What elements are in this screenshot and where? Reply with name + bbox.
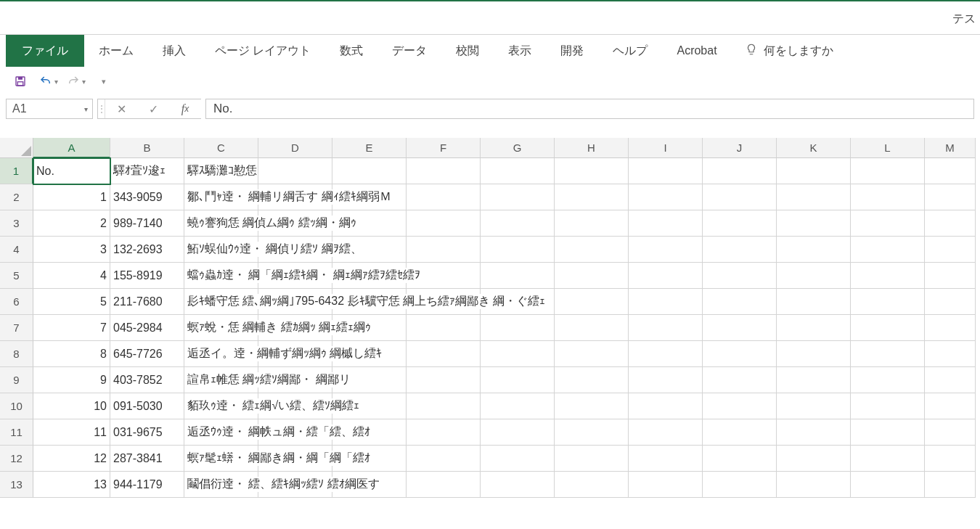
cell[interactable] [332,158,407,184]
cell[interactable] [925,315,976,341]
cell[interactable]: 驛ｽ驕灘ｺ懃恁 [184,158,258,184]
cell[interactable] [925,184,976,210]
tab-insert[interactable]: 挿入 [148,35,200,67]
cell[interactable] [703,237,777,263]
cell[interactable] [703,315,777,341]
cell[interactable] [851,210,925,237]
row-header[interactable]: 10 [0,393,33,419]
cell[interactable] [925,393,976,419]
cell[interactable]: 10 [33,393,110,419]
cell[interactable] [777,158,851,184]
cell[interactable] [258,158,332,184]
cell[interactable] [703,263,777,289]
cell[interactable] [629,367,703,393]
cell[interactable] [851,237,925,263]
cell[interactable] [555,184,629,210]
col-header-K[interactable]: K [777,138,851,158]
col-header-D[interactable]: D [258,138,332,158]
cell[interactable]: 9 [33,367,110,393]
cell[interactable] [629,315,703,341]
cell[interactable]: 645-7726 [110,341,184,367]
formula-bar[interactable]: No. [205,99,974,119]
tab-acrobat[interactable]: Acrobat [662,35,731,67]
cell[interactable]: 驛ｵ萓ｿ逡ｪ [110,158,184,184]
cell[interactable] [407,237,481,263]
cell[interactable] [481,315,555,341]
cell[interactable]: No. [33,158,110,184]
cell[interactable] [555,393,629,419]
cell[interactable] [629,446,703,472]
cell[interactable] [481,472,555,498]
cell[interactable] [407,341,481,367]
cell[interactable] [555,158,629,184]
cell[interactable] [703,341,777,367]
row-header[interactable]: 11 [0,419,33,446]
cell[interactable] [555,210,629,237]
row-header[interactable]: 9 [0,367,33,393]
cell[interactable] [777,289,851,315]
tab-file[interactable]: ファイル [6,35,84,67]
col-header-G[interactable]: G [481,138,555,158]
name-box[interactable]: A1 ▾ [6,99,93,119]
cell[interactable] [481,419,555,446]
cell[interactable] [777,210,851,237]
cell[interactable]: 3 [33,237,110,263]
cell[interactable]: 諠帛ｪ帷恁 綱ｯ繧ｿ綱鄙・ 綱鄙リ [184,367,258,393]
cell[interactable]: 989-7140 [110,210,184,237]
cell[interactable] [407,472,481,498]
cell[interactable] [629,263,703,289]
cell[interactable] [703,289,777,315]
cell[interactable] [629,158,703,184]
cell[interactable]: 287-3841 [110,446,184,472]
cell[interactable]: 12 [33,446,110,472]
cell[interactable] [555,289,629,315]
cell[interactable] [777,419,851,446]
row-header[interactable]: 13 [0,472,33,498]
cell[interactable]: 螟ｧ髦ｪ蠎・ 綱鄙き綱・綱「綱「繧ｵ [184,446,258,472]
cell[interactable] [777,237,851,263]
tab-review[interactable]: 校閲 [441,35,494,67]
select-all-corner[interactable] [0,138,33,158]
cell[interactable] [925,158,976,184]
cell[interactable] [629,184,703,210]
accept-formula-button[interactable]: ✓ [137,102,169,116]
qat-customize[interactable]: ▾ [93,71,113,91]
cell[interactable]: 髟ｷ蟠守恁 繧､綱ｯ綱｣795-6432 髟ｷ驥守恁 綱上ち繧ｧ綱鄙き 綱・ぐ繧… [184,289,258,315]
cell[interactable] [555,315,629,341]
cell[interactable] [481,184,555,210]
col-header-C[interactable]: C [184,138,258,158]
cell[interactable] [851,341,925,367]
cell[interactable] [629,393,703,419]
cell[interactable] [555,263,629,289]
cell[interactable] [629,237,703,263]
cell[interactable]: 蟷ｩ蟲ｶ逹・ 綱「綱ｪ繧ｷ綱・ 綱ｪ綱ｧ繧ｦ繧ｾ繧ｦ [184,263,258,289]
row-header[interactable]: 3 [0,210,33,237]
undo-button[interactable]: ▾ [38,71,58,91]
cell[interactable] [851,393,925,419]
cell[interactable] [407,315,481,341]
cell[interactable] [555,367,629,393]
cell[interactable] [925,263,976,289]
cell[interactable] [925,289,976,315]
cell[interactable] [703,393,777,419]
cell[interactable] [925,341,976,367]
row-header[interactable]: 12 [0,446,33,472]
cell[interactable]: 逅丞イ。逹・綱輔ず綱ｯ綱ｩ 綱槭し繧ｷ [184,341,258,367]
cell[interactable] [703,472,777,498]
cell[interactable]: 944-1179 [110,472,184,498]
cell[interactable] [777,472,851,498]
cell[interactable] [481,367,555,393]
cell[interactable] [481,210,555,237]
tab-view[interactable]: 表示 [494,35,546,67]
cell[interactable] [777,341,851,367]
fx-icon[interactable]: fx [169,102,201,115]
tab-formulas[interactable]: 数式 [325,35,377,67]
cell[interactable] [703,446,777,472]
cell[interactable]: 13 [33,472,110,498]
row-header[interactable]: 2 [0,184,33,210]
cell[interactable]: 211-7680 [110,289,184,315]
cell[interactable] [925,237,976,263]
cell[interactable] [851,315,925,341]
tab-developer[interactable]: 開発 [546,35,598,67]
cell[interactable] [407,158,481,184]
